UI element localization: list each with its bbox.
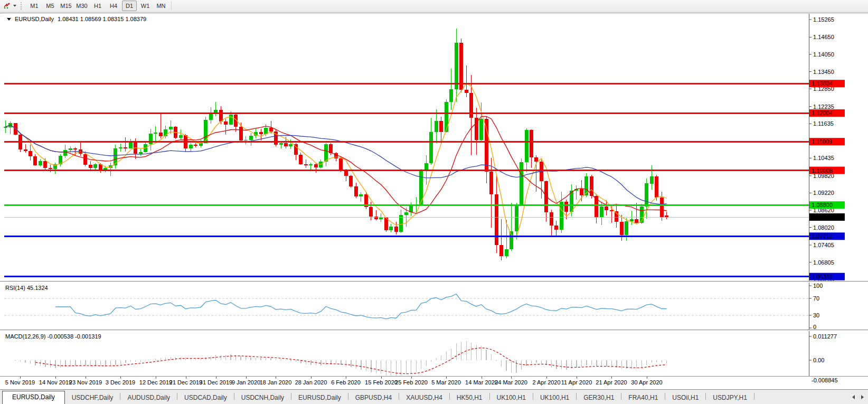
chart-tab-bar: EURUSD,DailyUSDCHF,DailyAUDUSD,DailyUSDC… — [0, 389, 868, 404]
arrow-indicator-tool-icon[interactable] — [3, 2, 12, 10]
candle-body — [73, 148, 77, 149]
candle-body — [169, 127, 173, 129]
chart-tab-usoil-h1[interactable]: USOil,H1 — [665, 392, 705, 404]
candle-body — [530, 130, 533, 157]
price-chart-canvas[interactable]: 1.152651.146501.140501.134501.128501.122… — [0, 14, 868, 281]
candle-body — [249, 136, 253, 140]
chart-title-ohlc: 1.08431 1.08569 1.08315 1.08379 — [58, 16, 146, 22]
macd-plot-background[interactable] — [0, 331, 868, 376]
candle-body — [289, 144, 293, 146]
candle-body — [324, 144, 328, 162]
candle-body — [384, 218, 388, 230]
candle-body — [655, 176, 658, 198]
time-axis-label: 25 Feb 2020 — [395, 379, 428, 386]
time-axis-tick — [482, 377, 482, 379]
timeframe-button-w1[interactable]: W1 — [138, 1, 153, 11]
chart-tab-eurusd-daily[interactable]: EURUSD,Daily — [2, 391, 65, 404]
candle-body — [409, 205, 413, 212]
rsi-canvas[interactable]: 10070300 — [0, 283, 868, 330]
timeframe-button-m5[interactable]: M5 — [43, 1, 58, 11]
candle-body — [89, 165, 92, 168]
candle-body — [4, 127, 7, 127]
level-price-tag-label: 1.11009 — [812, 138, 832, 145]
price-chart-pane[interactable]: 1.152651.146501.140501.134501.128501.122… — [0, 14, 868, 281]
timeframe-button-m30[interactable]: M30 — [74, 1, 89, 11]
y-axis-tick-label: 1.14050 — [813, 51, 834, 58]
candle-body — [209, 114, 213, 120]
candle-body — [660, 198, 664, 217]
time-axis-label: 30 Apr 2020 — [631, 379, 662, 386]
chart-tab-fra40-h1[interactable]: FRA40,H1 — [621, 392, 665, 404]
candle-body — [534, 157, 538, 162]
candle-body — [179, 135, 183, 138]
tab-scroll-right-icon[interactable] — [861, 395, 864, 399]
chart-tab-uk100-h1[interactable]: UK100,H1 — [490, 392, 533, 404]
chart-tab-usdcad-daily[interactable]: USDCAD,Daily — [177, 392, 234, 404]
time-axis[interactable]: -0.008845 5 Nov 201914 Nov 201923 Nov 20… — [0, 376, 868, 389]
candle-body — [369, 207, 373, 217]
chart-tab-usdcnh-daily[interactable]: USDCNH,Daily — [234, 392, 291, 404]
timeframe-button-mn[interactable]: MN — [154, 1, 168, 11]
chart-title-caret-icon[interactable] — [7, 18, 11, 21]
chart-tab-eurusd-daily[interactable]: EURUSD,Daily — [291, 392, 348, 404]
timeframe-button-m1[interactable]: M1 — [27, 1, 42, 11]
candle-body — [149, 134, 153, 144]
chart-tab-hk50-h1[interactable]: HK50,H1 — [450, 392, 489, 404]
candle-body — [204, 120, 207, 143]
toolbar-drag-grip[interactable] — [21, 2, 23, 10]
rsi-scale-label: 0 — [813, 324, 816, 330]
time-axis-tick — [86, 377, 86, 379]
candle-body — [134, 141, 137, 154]
candle-body — [550, 212, 553, 226]
tab-divider — [754, 393, 754, 400]
candle-body — [83, 154, 87, 165]
candle-body — [645, 183, 648, 206]
chart-tab-gbpusd-h4[interactable]: GBPUSD,H4 — [348, 392, 399, 404]
tab-scroll-left-icon[interactable] — [852, 395, 855, 399]
rsi-scale-label: 30 — [813, 312, 819, 318]
macd-indicator-pane[interactable]: 0.0112770.00 — [0, 331, 868, 376]
y-axis-tick-label: 1.13450 — [813, 69, 834, 75]
candle-body — [299, 155, 303, 164]
chart-tab-uk100-h1[interactable]: UK100,H1 — [533, 392, 576, 404]
candle-body — [354, 186, 358, 196]
macd-canvas[interactable]: 0.0112770.00 — [0, 331, 868, 376]
candle-body — [515, 205, 518, 231]
rsi-indicator-pane[interactable]: 10070300 — [0, 283, 868, 330]
time-axis-label: 2 Apr 2020 — [532, 379, 560, 386]
chart-tab-ger30-h1[interactable]: GER30,H1 — [577, 392, 621, 404]
timeframe-button-d1[interactable]: D1 — [122, 1, 137, 11]
candle-body — [63, 150, 67, 156]
level-price-tag-label: 1.12004 — [812, 110, 833, 116]
timeframe-button-h4[interactable]: H4 — [106, 1, 121, 11]
candle-body — [264, 128, 268, 134]
chart-tab-usdchf-daily[interactable]: USDCHF,Daily — [65, 392, 120, 404]
candle-body — [389, 227, 393, 230]
tool-dropdown-caret-icon[interactable] — [13, 5, 16, 7]
candle-body — [560, 202, 563, 230]
candle-body — [244, 140, 248, 140]
chart-tab-xauusd-h4[interactable]: XAUUSD,H4 — [399, 392, 449, 404]
time-axis-label: 12 Dec 2019 — [139, 379, 172, 386]
y-axis-tick-label: 1.07405 — [813, 242, 834, 248]
candle-body — [439, 121, 443, 132]
time-axis-tick — [611, 377, 612, 379]
chart-tab-usdjpy-h1[interactable]: USDJPY,H1 — [706, 392, 753, 404]
timeframe-button-m15[interactable]: M15 — [59, 1, 73, 11]
time-axis-tick — [276, 377, 276, 379]
candle-body — [605, 206, 608, 210]
chart-tab-audusd-daily[interactable]: AUDUSD,Daily — [120, 392, 177, 404]
candle-body — [194, 145, 197, 146]
time-axis-tick — [411, 377, 412, 379]
candle-body — [625, 221, 628, 235]
y-axis-tick-label: 1.10435 — [813, 155, 834, 161]
y-axis-tick-label: 1.09220 — [813, 190, 834, 196]
time-axis-tick — [311, 377, 312, 379]
candle-body — [189, 145, 193, 148]
time-axis-tick — [647, 377, 647, 379]
candle-body — [314, 164, 318, 167]
timeframe-button-h1[interactable]: H1 — [90, 1, 105, 11]
candle-body — [119, 147, 122, 148]
y-axis-tick-label: 1.15265 — [813, 16, 834, 23]
time-axis-tick — [246, 377, 247, 379]
